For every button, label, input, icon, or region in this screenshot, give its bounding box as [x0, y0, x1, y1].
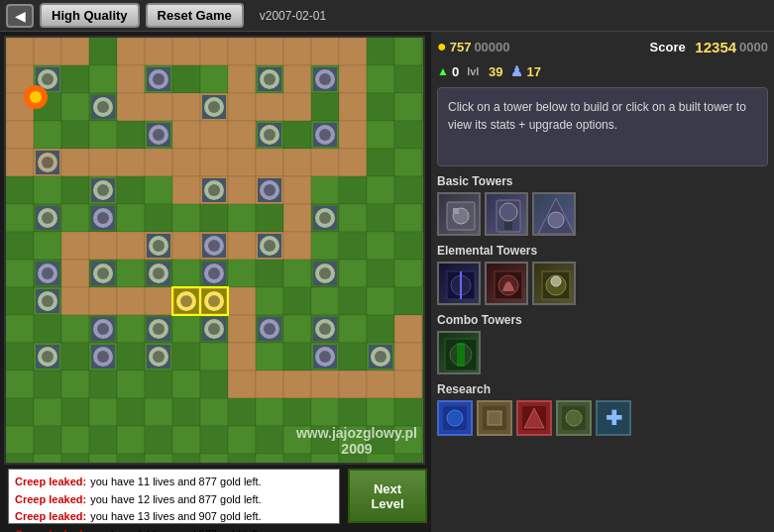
- gold-value: 757: [450, 40, 472, 54]
- log-text: you have 12 lives and 877 gold left.: [90, 491, 261, 509]
- next-level-button[interactable]: Next Level: [348, 469, 427, 523]
- research-icon-1[interactable]: [437, 400, 473, 436]
- income-value: 0: [452, 64, 459, 79]
- basic-tower-1[interactable]: [437, 192, 481, 236]
- elemental-tower-1[interactable]: [437, 262, 481, 305]
- svg-point-7: [548, 212, 564, 228]
- basic-tower-3[interactable]: [532, 192, 576, 236]
- svg-rect-2: [453, 208, 459, 214]
- log-entry: Creep leaked:you have 11 lives and 877 g…: [15, 474, 333, 491]
- elemental-towers-label: Elemental Towers: [437, 244, 768, 258]
- gold-suffix: 00000: [474, 40, 509, 54]
- log-label: Creep leaked:: [15, 474, 86, 491]
- income-display: ▲ 0: [437, 64, 459, 79]
- elemental-towers-row: [437, 262, 768, 305]
- research-icon-3[interactable]: [516, 400, 552, 436]
- score-value: 12354: [695, 39, 736, 55]
- info-box: Click on a tower below to build or click…: [437, 87, 768, 166]
- income-arrow-icon: ▲: [437, 64, 449, 78]
- log-text: you have 11 lives and 877 gold left.: [90, 474, 261, 491]
- score-suffix: 0000: [739, 40, 768, 54]
- elemental-tower-3[interactable]: [532, 262, 576, 305]
- bottom-area: Creep leaked:you have 11 lives and 877 g…: [4, 469, 427, 528]
- game-area: www.jajozglowy.pl 2009 Creep leaked:you …: [0, 32, 431, 532]
- log-label: Creep leaked:: [15, 491, 86, 509]
- level-value: 39: [489, 64, 502, 79]
- lives-value: 17: [526, 64, 540, 79]
- research-icon-4[interactable]: [556, 400, 592, 436]
- basic-tower-2[interactable]: [485, 192, 528, 236]
- lives-display: ♟ 17: [510, 63, 540, 79]
- score-display: Score 123540000: [650, 39, 768, 55]
- log-entry: Creep leaked:you have 12 lives and 877 g…: [15, 491, 333, 509]
- map-container[interactable]: www.jajozglowy.pl 2009: [4, 36, 425, 465]
- level-display: lvl 39: [467, 64, 502, 79]
- score-label: Score: [650, 40, 686, 54]
- combo-towers-row: [437, 331, 768, 374]
- log-entry: Creep leaked:you have 14 lives and 877 g…: [15, 526, 333, 532]
- reset-button[interactable]: Reset Game: [146, 3, 244, 28]
- basic-towers-label: Basic Towers: [437, 174, 768, 188]
- elemental-towers-section: Elemental Towers: [437, 244, 768, 305]
- elemental-tower-2[interactable]: [485, 262, 528, 305]
- basic-towers-section: Basic Towers: [437, 174, 768, 236]
- log-label: Creep leaked:: [15, 508, 86, 526]
- research-row: ✚: [437, 400, 768, 436]
- main-layout: www.jajozglowy.pl 2009 Creep leaked:you …: [0, 32, 774, 532]
- log-area: Creep leaked:you have 11 lives and 877 g…: [8, 469, 340, 524]
- lives-icon: ♟: [510, 63, 523, 79]
- quality-button[interactable]: High Quality: [40, 3, 140, 28]
- basic-towers-row: [437, 192, 768, 236]
- log-entry: Creep leaked:you have 13 lives and 907 g…: [15, 508, 333, 526]
- svg-point-15: [551, 276, 561, 286]
- svg-point-20: [447, 410, 463, 426]
- score-area: ● 75700000 Score 123540000: [437, 38, 768, 55]
- log-label: Creep leaked:: [15, 526, 86, 532]
- combo-towers-section: Combo Towers: [437, 313, 768, 374]
- info-text: Click on a tower below to build or click…: [448, 100, 746, 132]
- back-button[interactable]: ◀: [6, 4, 34, 28]
- svg-point-26: [566, 410, 582, 426]
- gold-icon: ●: [437, 38, 447, 55]
- combo-towers-label: Combo Towers: [437, 313, 768, 327]
- svg-point-4: [499, 203, 517, 221]
- research-icon-5[interactable]: ✚: [596, 400, 631, 436]
- research-icon-2[interactable]: [477, 400, 512, 436]
- stats-row: ▲ 0 lvl 39 ♟ 17: [437, 59, 768, 83]
- log-text: you have 13 lives and 907 gold left.: [90, 508, 261, 526]
- combo-tower-1[interactable]: [437, 331, 481, 374]
- research-section: Research ✚: [437, 382, 768, 436]
- gold-display: ● 75700000: [437, 38, 510, 55]
- svg-rect-22: [488, 411, 501, 425]
- research-label: Research: [437, 382, 768, 396]
- version-label: v2007-02-01: [260, 9, 326, 23]
- log-text: you have 14 lives and 877 gold left.: [90, 526, 261, 532]
- side-panel: ● 75700000 Score 123540000 ▲ 0 lvl 39 ♟ …: [431, 32, 774, 532]
- svg-rect-5: [504, 222, 512, 230]
- svg-rect-18: [457, 343, 465, 367]
- game-canvas[interactable]: [6, 38, 425, 465]
- top-bar: ◀ High Quality Reset Game v2007-02-01: [0, 0, 774, 32]
